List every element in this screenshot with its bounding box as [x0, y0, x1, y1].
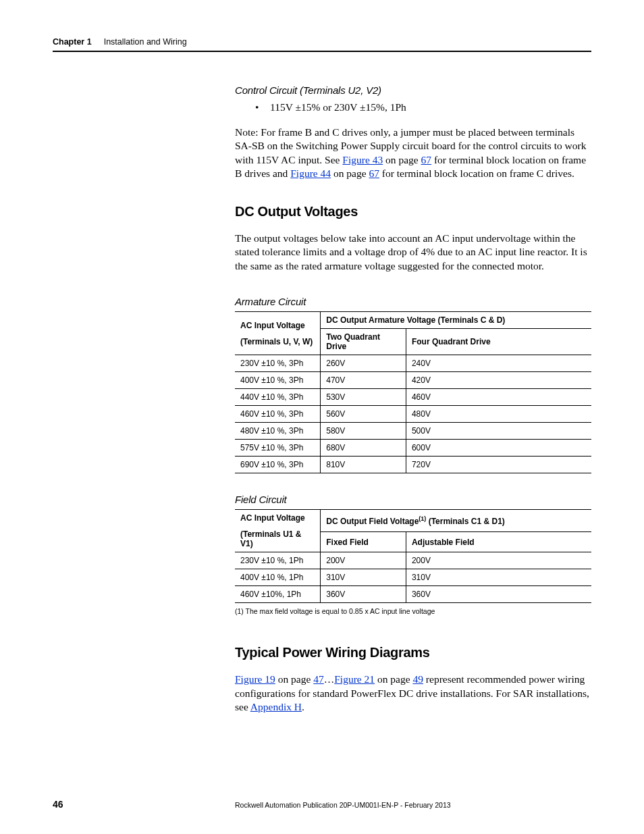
- chapter-title: Installation and Wiring: [104, 37, 187, 47]
- field-table: AC Input Voltage (Terminals U1 & V1) DC …: [235, 509, 591, 603]
- figure-43-link[interactable]: Figure 43: [342, 154, 383, 165]
- typical-heading: Typical Power Wiring Diagrams: [235, 645, 591, 660]
- page-67-link-2[interactable]: 67: [369, 167, 379, 179]
- header-rule: [53, 51, 591, 52]
- cell: 310V: [321, 569, 406, 586]
- armature-table: AC Input Voltage (Terminals U, V, W) DC …: [235, 311, 591, 473]
- cell: 460V: [406, 389, 591, 406]
- table-row: 400V ±10 %, 1Ph310V310V: [235, 569, 591, 586]
- cell: 460V ±10 %, 3Ph: [235, 406, 321, 423]
- figure-21-link[interactable]: Figure 21: [334, 673, 375, 685]
- cell: 440V ±10 %, 3Ph: [235, 389, 321, 406]
- chapter-label: Chapter 1: [53, 37, 92, 47]
- field-h2: DC Output Field Voltage(1) (Terminals C1…: [321, 510, 591, 532]
- typical-paragraph: Figure 19 on page 47…Figure 21 on page 4…: [235, 673, 591, 714]
- bullet-item: • 115V ±15% or 230V ±15%, 1Ph: [255, 101, 591, 113]
- field-h1: AC Input Voltage (Terminals U1 & V1): [235, 510, 321, 552]
- cell: 310V: [406, 569, 591, 586]
- field-h2a: Fixed Field: [321, 531, 406, 552]
- armature-h2b: Four Quadrant Drive: [406, 329, 591, 355]
- armature-h2a: Two Quadrant Drive: [321, 329, 406, 355]
- bullet-text: 115V ±15% or 230V ±15%, 1Ph: [270, 101, 406, 113]
- cell: 530V: [321, 389, 406, 406]
- table-row: 440V ±10 %, 3Ph530V460V: [235, 389, 591, 406]
- table-row: 230V ±10 %, 1Ph200V200V: [235, 552, 591, 569]
- figure-19-link[interactable]: Figure 19: [235, 673, 275, 685]
- field-footnote: (1) The max field voltage is equal to 0.…: [235, 607, 591, 615]
- table-row: 230V ±10 %, 3Ph260V240V: [235, 355, 591, 372]
- cell: 580V: [321, 423, 406, 440]
- note-paragraph: Note: For frame B and C drives only, a j…: [235, 126, 591, 181]
- cell: 360V: [321, 586, 406, 603]
- table-row: 460V ±10%, 1Ph360V360V: [235, 586, 591, 603]
- cell: 470V: [321, 372, 406, 389]
- armature-heading: Armature Circuit: [235, 296, 591, 307]
- page-67-link-1[interactable]: 67: [421, 154, 432, 165]
- cell: 230V ±10 %, 3Ph: [235, 355, 321, 372]
- table-row: 690V ±10 %, 3Ph810V720V: [235, 457, 591, 473]
- figure-44-link[interactable]: Figure 44: [290, 167, 331, 179]
- page-number: 46: [53, 799, 235, 810]
- bullet-dot: •: [255, 101, 270, 113]
- appendix-h-link[interactable]: Appendix H: [250, 701, 302, 712]
- cell: 400V ±10 %, 3Ph: [235, 372, 321, 389]
- cell: 575V ±10 %, 3Ph: [235, 440, 321, 457]
- cell: 420V: [406, 372, 591, 389]
- page-footer: 46 Rockwell Automation Publication 20P-U…: [53, 799, 591, 810]
- publication-info: Rockwell Automation Publication 20P-UM00…: [235, 801, 451, 809]
- cell: 720V: [406, 457, 591, 473]
- table-row: 480V ±10 %, 3Ph580V500V: [235, 423, 591, 440]
- running-header: Chapter 1 Installation and Wiring: [53, 37, 591, 51]
- dc-output-heading: DC Output Voltages: [235, 204, 591, 219]
- cell: 460V ±10%, 1Ph: [235, 586, 321, 603]
- cell: 480V ±10 %, 3Ph: [235, 423, 321, 440]
- cell: 230V ±10 %, 1Ph: [235, 552, 321, 569]
- dc-output-paragraph: The output voltages below take into acco…: [235, 232, 591, 273]
- armature-h2: DC Output Armature Voltage (Terminals C …: [321, 312, 591, 329]
- cell: 810V: [321, 457, 406, 473]
- armature-h1: AC Input Voltage (Terminals U, V, W): [235, 312, 321, 355]
- table-row: 400V ±10 %, 3Ph470V420V: [235, 372, 591, 389]
- table-row: 575V ±10 %, 3Ph680V600V: [235, 440, 591, 457]
- cell: 560V: [321, 406, 406, 423]
- control-circuit-heading: Control Circuit (Terminals U2, V2): [235, 84, 591, 96]
- cell: 240V: [406, 355, 591, 372]
- page-47-link[interactable]: 47: [313, 673, 324, 685]
- cell: 690V ±10 %, 3Ph: [235, 457, 321, 473]
- field-heading: Field Circuit: [235, 494, 591, 505]
- cell: 600V: [406, 440, 591, 457]
- cell: 500V: [406, 423, 591, 440]
- page-49-link[interactable]: 49: [412, 673, 423, 685]
- table-row: 460V ±10 %, 3Ph560V480V: [235, 406, 591, 423]
- cell: 480V: [406, 406, 591, 423]
- cell: 260V: [321, 355, 406, 372]
- cell: 200V: [321, 552, 406, 569]
- cell: 200V: [406, 552, 591, 569]
- cell: 360V: [406, 586, 591, 603]
- cell: 400V ±10 %, 1Ph: [235, 569, 321, 586]
- field-h2b: Adjustable Field: [406, 531, 591, 552]
- cell: 680V: [321, 440, 406, 457]
